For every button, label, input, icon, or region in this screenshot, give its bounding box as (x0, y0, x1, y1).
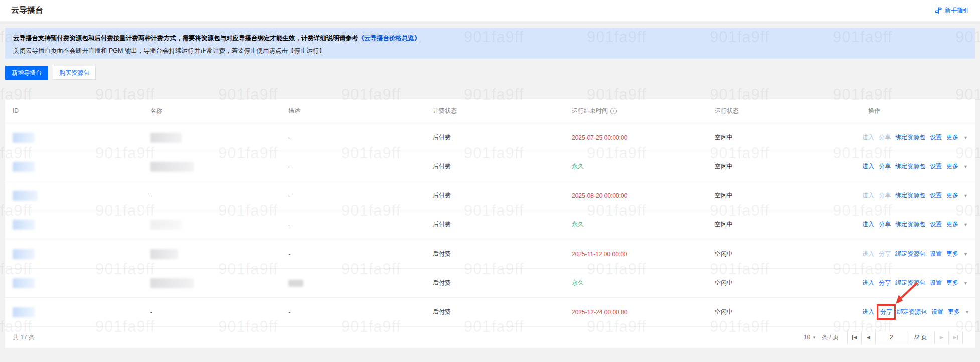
redacted-name (150, 249, 178, 259)
table-row: 后付费 永久 空闲中 进入 分享 绑定资源包 设置 更多 ▼ (5, 268, 975, 297)
bind-package-link[interactable]: 绑定资源包 (895, 162, 925, 171)
col-name: 名称 (150, 107, 288, 115)
total-count: 共 17 条 (13, 333, 35, 342)
redacted-name (150, 220, 182, 230)
settings-link[interactable]: 设置 (931, 308, 943, 316)
settings-link[interactable]: 设置 (930, 191, 942, 200)
share-link[interactable]: 分享 (880, 308, 892, 315)
annotation-arrow (892, 281, 921, 307)
caster-table: ID 名称 描述 计费状态 运行结束时间 i 运行状态 操作 - 后付费 202… (5, 99, 975, 348)
end-time: 2025-11-12 00:00:00 (572, 251, 715, 258)
col-desc: 描述 (288, 107, 433, 115)
end-time: 2025-08-20 00:00:00 (572, 192, 715, 199)
redacted-name (150, 162, 194, 172)
billing-status: 后付费 (433, 191, 572, 200)
billing-status: 后付费 (433, 250, 572, 258)
run-status: 空闲中 (715, 308, 855, 316)
enter-link[interactable]: 进入 (862, 279, 874, 287)
redacted-id[interactable] (13, 307, 35, 317)
more-link[interactable]: 更多 (946, 133, 958, 142)
banner-line2: 关闭云导播台页面不会断开直播和 PGM 输出，导播台会持续运行并正常计费，若要停… (13, 47, 967, 55)
page-number-input[interactable] (875, 331, 907, 344)
bind-package-link[interactable]: 绑定资源包 (895, 191, 925, 200)
bind-package-link[interactable]: 绑定资源包 (897, 308, 927, 316)
redacted-id[interactable] (13, 191, 38, 201)
redacted-name (150, 133, 182, 143)
redacted-id[interactable] (13, 249, 35, 259)
settings-link[interactable]: 设置 (930, 220, 942, 229)
more-link[interactable]: 更多 (946, 279, 958, 287)
share-link[interactable]: 分享 (879, 279, 891, 287)
end-time: 2025-12-24 00:00:00 (572, 309, 715, 316)
prev-page-button[interactable]: ◀ (861, 331, 876, 344)
enter-link[interactable]: 进入 (862, 191, 874, 200)
guide-label: 新手指引 (945, 6, 969, 15)
table-footer: 共 17 条 10 ▼ 条 / 页 ◀ ◀ /2 页 ▶ ▶ (5, 326, 975, 348)
next-page-button[interactable]: ▶ (934, 331, 949, 344)
enter-link[interactable]: 进入 (862, 220, 874, 229)
last-page-button[interactable]: ▶ (948, 331, 963, 344)
redacted-id[interactable] (13, 278, 35, 288)
col-status: 运行状态 (715, 107, 855, 115)
run-status: 空闲中 (715, 250, 855, 258)
bind-package-link[interactable]: 绑定资源包 (895, 250, 925, 258)
share-link[interactable]: 分享 (879, 133, 891, 142)
col-endtime: 运行结束时间 i (572, 107, 715, 115)
share-link[interactable]: 分享 (879, 191, 891, 200)
share-link[interactable]: 分享 (879, 220, 891, 229)
redacted-id[interactable] (13, 162, 35, 172)
enter-link[interactable]: 进入 (862, 133, 874, 142)
chevron-down-icon[interactable]: ▼ (963, 222, 968, 227)
enter-link[interactable]: 进入 (862, 250, 874, 258)
redacted-desc (288, 280, 303, 287)
buy-package-button[interactable]: 购买资源包 (53, 66, 96, 80)
total-pages-label: /2 页 (907, 331, 935, 344)
run-status: 空闲中 (715, 191, 855, 200)
end-time: 永久 (572, 220, 715, 229)
settings-link[interactable]: 设置 (930, 133, 942, 142)
chevron-down-icon[interactable]: ▼ (963, 252, 968, 257)
enter-link[interactable]: 进入 (862, 308, 874, 316)
bind-package-link[interactable]: 绑定资源包 (895, 133, 925, 142)
more-link[interactable]: 更多 (946, 191, 958, 200)
enter-link[interactable]: 进入 (862, 162, 874, 171)
pricing-overview-link[interactable]: 《云导播台价格总览》 (358, 35, 421, 42)
redacted-name (150, 278, 194, 288)
annotation-highlight-box: 分享 (877, 304, 896, 320)
billing-notice-banner: 云导播台支持预付费资源包和后付费按量计费两种计费方式，需要将资源包与对应导播台绑… (5, 28, 975, 59)
more-link[interactable]: 更多 (948, 308, 960, 316)
share-link[interactable]: 分享 (879, 162, 891, 171)
settings-link[interactable]: 设置 (930, 162, 942, 171)
billing-status: 后付费 (433, 162, 572, 171)
redacted-id[interactable] (13, 220, 35, 230)
first-page-button[interactable]: ◀ (847, 331, 862, 344)
table-row: - 后付费 永久 空闲中 进入 分享 绑定资源包 设置 更多 ▼ (5, 152, 975, 181)
redacted-id[interactable] (13, 133, 35, 143)
table-row: - - 后付费 2025-12-24 00:00:00 空闲中 进入 分享 绑定… (5, 297, 975, 326)
run-status: 空闲中 (715, 279, 855, 287)
chevron-down-icon[interactable]: ▼ (963, 281, 968, 286)
info-icon[interactable]: i (610, 108, 617, 114)
more-link[interactable]: 更多 (946, 250, 958, 258)
share-link[interactable]: 分享 (879, 250, 891, 258)
chevron-down-icon[interactable]: ▼ (963, 135, 968, 140)
beginner-guide-link[interactable]: 新手指引 (934, 6, 969, 15)
chevron-down-icon[interactable]: ▼ (965, 310, 969, 315)
more-link[interactable]: 更多 (946, 220, 958, 229)
guide-icon (934, 7, 942, 15)
page-size-select[interactable]: 10 ▼ 条 / 页 (804, 333, 839, 342)
bind-package-link[interactable]: 绑定资源包 (895, 220, 925, 229)
chevron-down-icon[interactable]: ▼ (963, 164, 968, 169)
per-page-unit: 条 / 页 (822, 333, 839, 342)
run-status: 空闲中 (715, 220, 855, 229)
col-actions: 操作 (855, 107, 975, 115)
banner-line1: 云导播台支持预付费资源包和后付费按量计费两种计费方式，需要将资源包与对应导播台绑… (13, 35, 358, 42)
create-caster-button[interactable]: 新增导播台 (5, 66, 48, 80)
table-header: ID 名称 描述 计费状态 运行结束时间 i 运行状态 操作 (5, 99, 975, 123)
more-link[interactable]: 更多 (946, 162, 958, 171)
settings-link[interactable]: 设置 (930, 279, 942, 287)
col-id: ID (5, 107, 150, 114)
settings-link[interactable]: 设置 (930, 250, 942, 258)
chevron-down-icon[interactable]: ▼ (963, 193, 968, 198)
table-row: - 后付费 2025-07-25 00:00:00 空闲中 进入 分享 绑定资源… (5, 123, 975, 152)
